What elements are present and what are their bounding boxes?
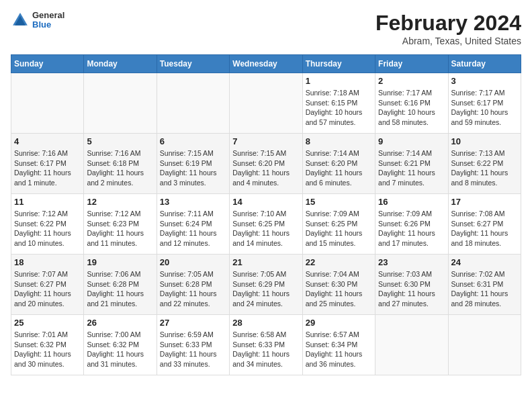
calendar-cell: 27Sunrise: 6:59 AMSunset: 6:33 PMDayligh… [157, 315, 229, 375]
day-info: Sunrise: 7:07 AMSunset: 6:27 PMDaylight:… [14, 269, 81, 309]
calendar-body: 1Sunrise: 7:18 AMSunset: 6:15 PMDaylight… [11, 73, 521, 375]
day-info: Sunrise: 7:05 AMSunset: 6:28 PMDaylight:… [160, 269, 226, 309]
calendar-cell [84, 73, 157, 134]
page-header: General Blue February 2024 Abram, Texas,… [11, 11, 521, 46]
day-number: 24 [451, 257, 518, 267]
calendar-cell [448, 315, 521, 375]
day-info: Sunrise: 7:15 AMSunset: 6:19 PMDaylight:… [160, 148, 226, 188]
day-number: 29 [306, 318, 372, 328]
day-info: Sunrise: 7:04 AMSunset: 6:30 PMDaylight:… [306, 269, 372, 309]
calendar-cell: 22Sunrise: 7:04 AMSunset: 6:30 PMDayligh… [302, 255, 375, 315]
calendar-cell [230, 73, 302, 134]
calendar-cell: 19Sunrise: 7:06 AMSunset: 6:28 PMDayligh… [84, 255, 157, 315]
day-info: Sunrise: 7:01 AMSunset: 6:32 PMDaylight:… [14, 330, 81, 369]
day-number: 13 [160, 197, 226, 207]
calendar-cell: 9Sunrise: 7:14 AMSunset: 6:21 PMDaylight… [375, 134, 448, 194]
day-info: Sunrise: 7:12 AMSunset: 6:23 PMDaylight:… [87, 209, 153, 248]
calendar-cell: 26Sunrise: 7:00 AMSunset: 6:32 PMDayligh… [84, 315, 157, 375]
day-info: Sunrise: 7:14 AMSunset: 6:20 PMDaylight:… [306, 148, 372, 188]
header-thursday: Thursday [302, 55, 375, 73]
calendar-cell [11, 73, 84, 134]
calendar-cell: 16Sunrise: 7:09 AMSunset: 6:26 PMDayligh… [375, 194, 448, 255]
day-number: 17 [451, 197, 518, 207]
week-row-4: 18Sunrise: 7:07 AMSunset: 6:27 PMDayligh… [11, 255, 521, 315]
day-number: 5 [87, 136, 153, 146]
header-monday: Monday [84, 55, 157, 73]
calendar-cell: 18Sunrise: 7:07 AMSunset: 6:27 PMDayligh… [11, 255, 84, 315]
day-info: Sunrise: 7:18 AMSunset: 6:15 PMDaylight:… [306, 88, 372, 128]
day-number: 19 [87, 257, 153, 267]
day-info: Sunrise: 7:16 AMSunset: 6:18 PMDaylight:… [87, 148, 153, 188]
day-number: 3 [451, 76, 518, 86]
day-info: Sunrise: 7:09 AMSunset: 6:25 PMDaylight:… [306, 209, 372, 248]
header-sunday: Sunday [11, 55, 84, 73]
day-number: 9 [378, 136, 445, 146]
day-info: Sunrise: 7:17 AMSunset: 6:17 PMDaylight:… [451, 88, 518, 128]
calendar-cell: 2Sunrise: 7:17 AMSunset: 6:16 PMDaylight… [375, 73, 448, 134]
day-number: 28 [232, 318, 299, 328]
day-number: 21 [232, 257, 299, 267]
calendar-cell: 23Sunrise: 7:03 AMSunset: 6:30 PMDayligh… [375, 255, 448, 315]
day-info: Sunrise: 7:10 AMSunset: 6:25 PMDaylight:… [232, 209, 299, 248]
day-info: Sunrise: 7:16 AMSunset: 6:17 PMDaylight:… [14, 148, 81, 188]
calendar-cell: 7Sunrise: 7:15 AMSunset: 6:20 PMDaylight… [230, 134, 302, 194]
day-info: Sunrise: 7:12 AMSunset: 6:22 PMDaylight:… [14, 209, 81, 248]
subtitle: Abram, Texas, United States [375, 36, 521, 46]
day-number: 8 [306, 136, 372, 146]
day-info: Sunrise: 7:14 AMSunset: 6:21 PMDaylight:… [378, 148, 445, 188]
day-number: 15 [306, 197, 372, 207]
calendar-cell: 10Sunrise: 7:13 AMSunset: 6:22 PMDayligh… [448, 134, 521, 194]
calendar-cell [157, 73, 229, 134]
day-info: Sunrise: 7:11 AMSunset: 6:24 PMDaylight:… [160, 209, 226, 248]
day-number: 23 [378, 257, 445, 267]
week-row-2: 4Sunrise: 7:16 AMSunset: 6:17 PMDaylight… [11, 134, 521, 194]
day-info: Sunrise: 7:02 AMSunset: 6:31 PMDaylight:… [451, 269, 518, 309]
calendar-cell [375, 315, 448, 375]
week-row-5: 25Sunrise: 7:01 AMSunset: 6:32 PMDayligh… [11, 315, 521, 375]
calendar-cell: 28Sunrise: 6:58 AMSunset: 6:33 PMDayligh… [230, 315, 302, 375]
header-tuesday: Tuesday [157, 55, 229, 73]
day-number: 20 [160, 257, 226, 267]
day-number: 22 [306, 257, 372, 267]
title-block: February 2024 Abram, Texas, United State… [375, 11, 521, 46]
calendar-cell: 13Sunrise: 7:11 AMSunset: 6:24 PMDayligh… [157, 194, 229, 255]
day-number: 18 [14, 257, 81, 267]
calendar-cell: 8Sunrise: 7:14 AMSunset: 6:20 PMDaylight… [302, 134, 375, 194]
calendar-cell: 25Sunrise: 7:01 AMSunset: 6:32 PMDayligh… [11, 315, 84, 375]
calendar-table: SundayMondayTuesdayWednesdayThursdayFrid… [11, 54, 521, 375]
weekday-header-row: SundayMondayTuesdayWednesdayThursdayFrid… [11, 55, 521, 73]
day-info: Sunrise: 7:06 AMSunset: 6:28 PMDaylight:… [87, 269, 153, 309]
day-info: Sunrise: 7:15 AMSunset: 6:20 PMDaylight:… [232, 148, 299, 188]
logo-blue-text: Blue [32, 20, 64, 30]
calendar-cell: 6Sunrise: 7:15 AMSunset: 6:19 PMDaylight… [157, 134, 229, 194]
day-number: 25 [14, 318, 81, 328]
main-title: February 2024 [375, 11, 521, 36]
day-info: Sunrise: 7:05 AMSunset: 6:29 PMDaylight:… [232, 269, 299, 309]
calendar-cell: 29Sunrise: 6:57 AMSunset: 6:34 PMDayligh… [302, 315, 375, 375]
calendar-cell: 12Sunrise: 7:12 AMSunset: 6:23 PMDayligh… [84, 194, 157, 255]
day-info: Sunrise: 7:09 AMSunset: 6:26 PMDaylight:… [378, 209, 445, 248]
day-info: Sunrise: 7:08 AMSunset: 6:27 PMDaylight:… [451, 209, 518, 248]
logo-icon [11, 11, 30, 30]
day-number: 6 [160, 136, 226, 146]
header-friday: Friday [375, 55, 448, 73]
header-wednesday: Wednesday [230, 55, 302, 73]
week-row-3: 11Sunrise: 7:12 AMSunset: 6:22 PMDayligh… [11, 194, 521, 255]
day-number: 2 [378, 76, 445, 86]
calendar-cell: 20Sunrise: 7:05 AMSunset: 6:28 PMDayligh… [157, 255, 229, 315]
day-number: 11 [14, 197, 81, 207]
day-info: Sunrise: 6:59 AMSunset: 6:33 PMDaylight:… [160, 330, 226, 369]
day-number: 4 [14, 136, 81, 146]
calendar-header: SundayMondayTuesdayWednesdayThursdayFrid… [11, 55, 521, 73]
day-number: 14 [232, 197, 299, 207]
day-number: 12 [87, 197, 153, 207]
day-number: 16 [378, 197, 445, 207]
calendar-cell: 14Sunrise: 7:10 AMSunset: 6:25 PMDayligh… [230, 194, 302, 255]
logo-text: General Blue [32, 11, 64, 30]
day-info: Sunrise: 7:00 AMSunset: 6:32 PMDaylight:… [87, 330, 153, 369]
calendar-cell: 17Sunrise: 7:08 AMSunset: 6:27 PMDayligh… [448, 194, 521, 255]
day-info: Sunrise: 7:17 AMSunset: 6:16 PMDaylight:… [378, 88, 445, 128]
calendar-cell: 4Sunrise: 7:16 AMSunset: 6:17 PMDaylight… [11, 134, 84, 194]
day-info: Sunrise: 7:13 AMSunset: 6:22 PMDaylight:… [451, 148, 518, 188]
logo: General Blue [11, 11, 64, 30]
